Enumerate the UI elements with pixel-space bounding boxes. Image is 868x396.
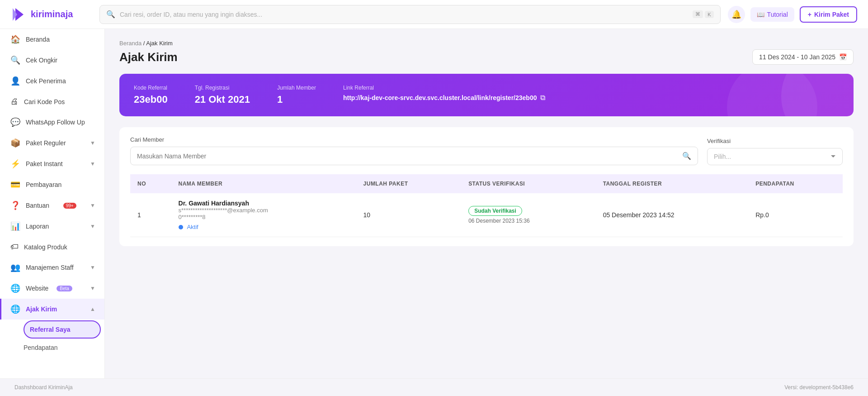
search-input[interactable]	[120, 11, 688, 18]
search-member-input-wrapper[interactable]: 🔍	[130, 147, 698, 165]
col-jumlah-paket: JUMLAH PAKET	[356, 174, 462, 193]
sidebar-item-ajak-kirim[interactable]: 🌐 Ajak Kirim ▲	[0, 299, 104, 320]
cell-jumlah-paket: 10	[356, 193, 462, 237]
sidebar-label-paket-instant: Paket Instant	[26, 160, 63, 167]
link-referral-field: Link Referral http://kaj-dev-core-srvc.d…	[343, 85, 546, 105]
sidebar-item-paket-instant[interactable]: ⚡ Paket Instant ▼	[0, 153, 104, 174]
tag-icon: 🏷	[10, 242, 19, 252]
kbd-cmd: ⌘	[693, 10, 703, 18]
sidebar-label-laporan: Laporan	[26, 223, 49, 230]
sidebar-label-pendapatan: Pendapatan	[24, 344, 58, 351]
sidebar-label-cek-ongkir: Cek Ongkir	[26, 57, 57, 64]
footer-right: Versi: development-5b438e6	[784, 384, 854, 391]
sidebar-item-website[interactable]: 🌐 Website Beta ▼	[0, 278, 104, 299]
kirim-paket-button[interactable]: + Kirim Paket	[800, 6, 857, 23]
notification-button[interactable]: 🔔	[728, 6, 745, 23]
member-email: s********************@example.com	[179, 207, 349, 214]
sidebar-sub-referral-saya[interactable]: Referral Saya	[24, 320, 101, 339]
member-status-aktif: Aktif	[179, 223, 349, 230]
search-icon: 🔍	[106, 10, 115, 19]
search-bar[interactable]: 🔍 ⌘ K	[99, 5, 721, 24]
tutorial-button[interactable]: 📖 Tutorial	[750, 7, 794, 22]
chevron-down-icon: ▼	[90, 264, 95, 271]
table-row: 1 Dr. Gawati Hardiansyah s**************…	[130, 193, 843, 237]
header-actions: 🔔 📖 Tutorial + Kirim Paket	[728, 6, 857, 23]
chevron-up-icon: ▲	[90, 306, 95, 312]
sidebar-label-whatsapp: WhatsApp Follow Up	[26, 119, 85, 126]
kode-referral-field: Kode Referral 23eb00	[134, 85, 168, 105]
package-icon: 📦	[10, 138, 20, 148]
chat-icon: 💬	[10, 117, 20, 127]
tgl-registrasi-field: Tgl. Registrasi 21 Okt 2021	[195, 85, 250, 105]
sidebar-item-cek-penerima[interactable]: 👤 Cek Penerima	[0, 71, 104, 91]
kode-referral-label: Kode Referral	[134, 85, 168, 91]
verifikasi-select[interactable]: Pilih... Sudah Verifikasi Belum Verifika…	[707, 148, 843, 165]
kbd-k: K	[705, 11, 713, 18]
col-no: NO	[130, 174, 171, 193]
bantuan-badge: 99+	[63, 203, 76, 209]
keyboard-hint: ⌘ K	[693, 10, 713, 18]
sidebar-label-cari-kode-pos: Cari Kode Pos	[24, 98, 65, 105]
chevron-down-icon: ▼	[90, 161, 95, 167]
tgl-registrasi-value: 21 Okt 2021	[195, 94, 250, 105]
flash-icon: ⚡	[10, 159, 20, 169]
member-phone: 0*********8	[179, 214, 349, 220]
sidebar-label-beranda: Beranda	[26, 36, 50, 43]
beta-badge: Beta	[57, 286, 72, 291]
main-content: Beranda / Ajak Kirim Ajak Kirim 11 Des 2…	[105, 29, 868, 378]
sidebar-label-manajemen-staff: Manajemen Staff	[26, 264, 74, 271]
col-tanggal-register: TANGGAL REGISTER	[596, 174, 749, 193]
sidebar-label-paket-reguler: Paket Reguler	[26, 139, 66, 147]
sidebar-item-katalog-produk[interactable]: 🏷 Katalog Produk	[0, 237, 104, 257]
aktif-dot-icon	[179, 225, 183, 229]
logo-text: kiriminaja	[31, 9, 73, 19]
link-referral-value: http://kaj-dev-core-srvc.dev.svc.cluster…	[343, 94, 537, 101]
chevron-down-icon: ▼	[90, 202, 95, 209]
search-member-input[interactable]	[137, 153, 679, 160]
sidebar-item-manajemen-staff[interactable]: 👥 Manajemen Staff ▼	[0, 257, 104, 278]
sidebar-label-website: Website	[26, 285, 48, 292]
cell-member-info: Dr. Gawati Hardiansyah s****************…	[171, 193, 356, 237]
search-icon: 🔍	[10, 55, 20, 65]
sidebar-item-cek-ongkir[interactable]: 🔍 Cek Ongkir	[0, 50, 104, 71]
sidebar-label-referral-saya: Referral Saya	[30, 326, 71, 333]
col-pendapatan: PENDAPATAN	[748, 174, 843, 193]
tgl-registrasi-label: Tgl. Registrasi	[195, 85, 250, 91]
logo: kiriminaja	[11, 6, 92, 23]
breadcrumb: Beranda / Ajak Kirim	[119, 40, 854, 47]
link-referral-label: Link Referral	[343, 85, 546, 91]
aktif-label: Aktif	[187, 224, 198, 230]
breadcrumb-parent[interactable]: Beranda	[119, 40, 142, 47]
sidebar-sub-pendapatan[interactable]: Pendapatan	[24, 339, 101, 356]
footer: Dashshboard KiriminAja Versi: developmen…	[0, 378, 868, 396]
date-picker[interactable]: 11 Des 2024 - 10 Jan 2025 📅	[752, 49, 854, 65]
kode-referral-value: 23eb00	[134, 94, 168, 105]
help-icon: ❓	[10, 200, 20, 210]
referral-banner: Kode Referral 23eb00 Tgl. Registrasi 21 …	[119, 74, 854, 116]
sidebar-item-paket-reguler[interactable]: 📦 Paket Reguler ▼	[0, 133, 104, 153]
copy-link-button[interactable]: ⧉	[540, 94, 545, 102]
page-header: Ajak Kirim 11 Des 2024 - 10 Jan 2025 📅	[119, 49, 854, 65]
chart-icon: 📊	[10, 221, 20, 231]
referral-icon: 🌐	[10, 304, 20, 314]
sidebar-label-cek-penerima: Cek Penerima	[26, 77, 66, 85]
cell-status-verifikasi: Sudah Verifikasi 06 Desember 2023 15:36	[461, 193, 596, 237]
chevron-down-icon: ▼	[90, 140, 95, 146]
sidebar-item-pembayaran[interactable]: 💳 Pembayaran	[0, 174, 104, 195]
page-title: Ajak Kirim	[119, 50, 178, 64]
member-name: Dr. Gawati Hardiansyah	[179, 200, 349, 207]
date-range-text: 11 Des 2024 - 10 Jan 2025	[759, 53, 835, 61]
sidebar-item-beranda[interactable]: 🏠 Beranda	[0, 29, 104, 50]
sidebar-sub-ajak-kirim: Referral Saya Pendapatan	[0, 320, 104, 357]
sidebar-item-whatsapp[interactable]: 💬 WhatsApp Follow Up	[0, 112, 104, 133]
sidebar-label-ajak-kirim: Ajak Kirim	[26, 305, 57, 313]
col-nama-member: NAMA MEMBER	[171, 174, 356, 193]
sidebar-item-bantuan[interactable]: ❓ Bantuan 99+ ▼	[0, 195, 104, 216]
ref-link-container: http://kaj-dev-core-srvc.dev.svc.cluster…	[343, 94, 546, 102]
footer-left: Dashshboard KiriminAja	[14, 384, 73, 391]
globe-icon: 🌐	[10, 283, 20, 293]
sidebar-item-laporan[interactable]: 📊 Laporan ▼	[0, 216, 104, 237]
search-icon: 🔍	[682, 152, 691, 160]
sidebar-item-cari-kode-pos[interactable]: 🖨 Cari Kode Pos	[0, 91, 104, 112]
col-status-verifikasi: STATUS VERIFIKASI	[461, 174, 596, 193]
